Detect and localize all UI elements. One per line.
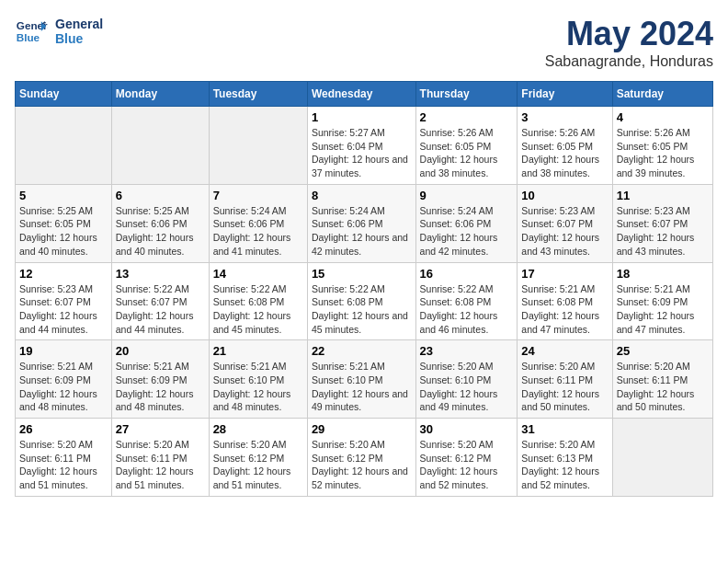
svg-text:Blue: Blue <box>17 31 40 43</box>
day-info: Sunrise: 5:23 AM Sunset: 6:07 PM Dayligh… <box>617 204 709 259</box>
day-info: Sunrise: 5:27 AM Sunset: 6:04 PM Dayligh… <box>312 126 412 180</box>
page-subtitle: Sabanagrande, Honduras <box>545 53 713 70</box>
calendar-day-header: Sunday <box>16 82 112 107</box>
calendar-week-row: 19Sunrise: 5:21 AM Sunset: 6:09 PM Dayli… <box>16 340 713 419</box>
calendar-cell <box>209 107 307 185</box>
calendar-day-header: Wednesday <box>307 82 415 107</box>
day-number: 8 <box>312 189 412 202</box>
calendar-header-row: SundayMondayTuesdayWednesdayThursdayFrid… <box>16 82 713 107</box>
calendar-cell <box>111 107 209 185</box>
day-info: Sunrise: 5:20 AM Sunset: 6:13 PM Dayligh… <box>521 438 608 492</box>
day-number: 17 <box>521 267 608 281</box>
day-number: 1 <box>312 110 412 124</box>
day-number: 29 <box>312 422 412 436</box>
calendar-cell: 30Sunrise: 5:20 AM Sunset: 6:12 PM Dayli… <box>415 419 518 497</box>
calendar-day-header: Saturday <box>612 82 712 107</box>
calendar-cell: 21Sunrise: 5:21 AM Sunset: 6:10 PM Dayli… <box>209 340 307 419</box>
day-number: 16 <box>420 267 514 281</box>
calendar-day-header: Thursday <box>415 82 518 107</box>
calendar-cell: 6Sunrise: 5:25 AM Sunset: 6:06 PM Daylig… <box>111 184 209 262</box>
calendar-cell: 24Sunrise: 5:20 AM Sunset: 6:11 PM Dayli… <box>518 340 612 419</box>
day-info: Sunrise: 5:22 AM Sunset: 6:08 PM Dayligh… <box>213 282 303 337</box>
day-number: 7 <box>213 189 303 202</box>
day-info: Sunrise: 5:23 AM Sunset: 6:07 PM Dayligh… <box>19 282 108 337</box>
calendar-cell: 22Sunrise: 5:21 AM Sunset: 6:10 PM Dayli… <box>307 340 415 419</box>
calendar-cell: 31Sunrise: 5:20 AM Sunset: 6:13 PM Dayli… <box>518 419 612 497</box>
calendar-cell: 8Sunrise: 5:24 AM Sunset: 6:06 PM Daylig… <box>307 184 415 262</box>
day-info: Sunrise: 5:20 AM Sunset: 6:11 PM Dayligh… <box>617 360 709 414</box>
day-number: 25 <box>617 344 709 358</box>
day-number: 12 <box>19 267 108 281</box>
day-info: Sunrise: 5:21 AM Sunset: 6:09 PM Dayligh… <box>116 360 205 414</box>
day-info: Sunrise: 5:21 AM Sunset: 6:10 PM Dayligh… <box>312 360 412 414</box>
day-info: Sunrise: 5:23 AM Sunset: 6:07 PM Dayligh… <box>521 204 608 259</box>
calendar-cell: 25Sunrise: 5:20 AM Sunset: 6:11 PM Dayli… <box>612 340 712 419</box>
calendar-week-row: 12Sunrise: 5:23 AM Sunset: 6:07 PM Dayli… <box>16 262 713 340</box>
day-number: 27 <box>116 422 205 436</box>
day-info: Sunrise: 5:22 AM Sunset: 6:07 PM Dayligh… <box>116 282 205 337</box>
day-info: Sunrise: 5:21 AM Sunset: 6:09 PM Dayligh… <box>19 360 108 414</box>
logo-line1: General <box>55 17 103 31</box>
calendar-cell: 18Sunrise: 5:21 AM Sunset: 6:09 PM Dayli… <box>612 262 712 340</box>
title-area: May 2024 Sabanagrande, Honduras <box>545 15 713 70</box>
day-info: Sunrise: 5:20 AM Sunset: 6:11 PM Dayligh… <box>521 360 608 414</box>
calendar-week-row: 26Sunrise: 5:20 AM Sunset: 6:11 PM Dayli… <box>16 419 713 497</box>
day-info: Sunrise: 5:21 AM Sunset: 6:09 PM Dayligh… <box>617 282 709 337</box>
day-info: Sunrise: 5:20 AM Sunset: 6:12 PM Dayligh… <box>213 438 303 492</box>
day-info: Sunrise: 5:24 AM Sunset: 6:06 PM Dayligh… <box>213 204 303 259</box>
calendar-cell: 20Sunrise: 5:21 AM Sunset: 6:09 PM Dayli… <box>111 340 209 419</box>
calendar-cell: 17Sunrise: 5:21 AM Sunset: 6:08 PM Dayli… <box>518 262 612 340</box>
day-number: 15 <box>312 267 412 281</box>
calendar-week-row: 5Sunrise: 5:25 AM Sunset: 6:05 PM Daylig… <box>16 184 713 262</box>
header: General Blue General Blue May 2024 Saban… <box>15 15 713 70</box>
day-number: 24 <box>521 344 608 358</box>
calendar-cell: 16Sunrise: 5:22 AM Sunset: 6:08 PM Dayli… <box>415 262 518 340</box>
page-title: May 2024 <box>545 15 713 53</box>
calendar-cell: 19Sunrise: 5:21 AM Sunset: 6:09 PM Dayli… <box>16 340 112 419</box>
day-number: 11 <box>617 189 709 202</box>
day-number: 23 <box>420 344 514 358</box>
day-number: 28 <box>213 422 303 436</box>
day-number: 14 <box>213 267 303 281</box>
day-info: Sunrise: 5:20 AM Sunset: 6:12 PM Dayligh… <box>420 438 514 492</box>
calendar-cell: 14Sunrise: 5:22 AM Sunset: 6:08 PM Dayli… <box>209 262 307 340</box>
day-info: Sunrise: 5:25 AM Sunset: 6:05 PM Dayligh… <box>19 204 108 259</box>
day-info: Sunrise: 5:21 AM Sunset: 6:10 PM Dayligh… <box>213 360 303 414</box>
calendar-cell: 26Sunrise: 5:20 AM Sunset: 6:11 PM Dayli… <box>16 419 112 497</box>
day-info: Sunrise: 5:22 AM Sunset: 6:08 PM Dayligh… <box>420 282 514 337</box>
day-info: Sunrise: 5:26 AM Sunset: 6:05 PM Dayligh… <box>521 126 608 180</box>
calendar-cell: 23Sunrise: 5:20 AM Sunset: 6:10 PM Dayli… <box>415 340 518 419</box>
calendar-week-row: 1Sunrise: 5:27 AM Sunset: 6:04 PM Daylig… <box>16 107 713 185</box>
day-number: 21 <box>213 344 303 358</box>
logo-icon: General Blue <box>15 15 48 48</box>
day-info: Sunrise: 5:24 AM Sunset: 6:06 PM Dayligh… <box>420 204 514 259</box>
day-info: Sunrise: 5:20 AM Sunset: 6:11 PM Dayligh… <box>19 438 108 492</box>
logo-line2: Blue <box>55 31 103 46</box>
day-info: Sunrise: 5:24 AM Sunset: 6:06 PM Dayligh… <box>312 204 412 259</box>
day-number: 5 <box>19 189 108 202</box>
calendar-cell: 5Sunrise: 5:25 AM Sunset: 6:05 PM Daylig… <box>16 184 112 262</box>
calendar-cell: 1Sunrise: 5:27 AM Sunset: 6:04 PM Daylig… <box>307 107 415 185</box>
day-info: Sunrise: 5:22 AM Sunset: 6:08 PM Dayligh… <box>312 282 412 337</box>
day-info: Sunrise: 5:20 AM Sunset: 6:10 PM Dayligh… <box>420 360 514 414</box>
calendar-cell: 13Sunrise: 5:22 AM Sunset: 6:07 PM Dayli… <box>111 262 209 340</box>
calendar-cell <box>16 107 112 185</box>
calendar-cell: 28Sunrise: 5:20 AM Sunset: 6:12 PM Dayli… <box>209 419 307 497</box>
calendar-cell: 4Sunrise: 5:26 AM Sunset: 6:05 PM Daylig… <box>612 107 712 185</box>
calendar-cell: 9Sunrise: 5:24 AM Sunset: 6:06 PM Daylig… <box>415 184 518 262</box>
day-number: 20 <box>116 344 205 358</box>
calendar-body: 1Sunrise: 5:27 AM Sunset: 6:04 PM Daylig… <box>16 107 713 497</box>
day-info: Sunrise: 5:20 AM Sunset: 6:11 PM Dayligh… <box>116 438 205 492</box>
day-info: Sunrise: 5:26 AM Sunset: 6:05 PM Dayligh… <box>420 126 514 180</box>
logo: General Blue General Blue <box>15 15 103 48</box>
day-info: Sunrise: 5:20 AM Sunset: 6:12 PM Dayligh… <box>312 438 412 492</box>
calendar-cell: 11Sunrise: 5:23 AM Sunset: 6:07 PM Dayli… <box>612 184 712 262</box>
day-info: Sunrise: 5:21 AM Sunset: 6:08 PM Dayligh… <box>521 282 608 337</box>
day-number: 3 <box>521 110 608 124</box>
calendar-table: SundayMondayTuesdayWednesdayThursdayFrid… <box>15 81 713 497</box>
day-info: Sunrise: 5:26 AM Sunset: 6:05 PM Dayligh… <box>617 126 709 180</box>
day-number: 30 <box>420 422 514 436</box>
day-number: 31 <box>521 422 608 436</box>
calendar-cell: 12Sunrise: 5:23 AM Sunset: 6:07 PM Dayli… <box>16 262 112 340</box>
calendar-day-header: Monday <box>111 82 209 107</box>
